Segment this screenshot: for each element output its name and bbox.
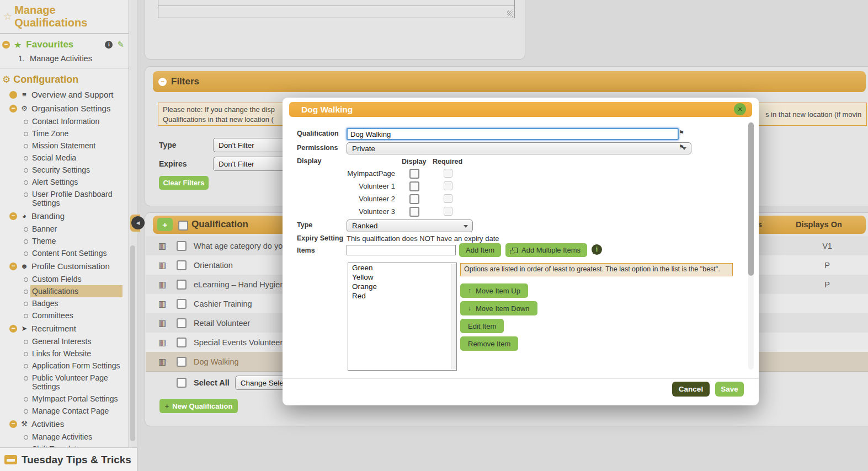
section-label[interactable]: Profile Customisation [31,261,110,271]
sidebar-section-recruitment[interactable]: Recruitment [0,322,129,335]
modal-scrollbar[interactable] [748,122,754,370]
qualification-name[interactable]: eLearning – Hand Hygiene T [194,280,296,289]
info-icon[interactable] [105,41,113,49]
qualification-input[interactable] [347,128,679,140]
sidebar-item-security-settings[interactable]: Security Settings [30,164,123,176]
section-label[interactable]: Branding [31,211,65,221]
sidebar-item-application-form-settings[interactable]: Application Form Settings [30,360,123,372]
collapse-minus-icon[interactable] [158,78,167,86]
display-checkbox-volunteer-2[interactable] [409,194,419,204]
tuesday-tips-bar[interactable]: Tuesday Tips & Tricks [0,447,137,471]
drag-handle-icon[interactable] [158,241,168,251]
save-button[interactable]: Save [715,382,744,397]
drag-handle-icon[interactable] [158,280,168,290]
required-checkbox-volunteer-3[interactable] [444,207,452,216]
sidebar-item-general-interests[interactable]: General Interests [30,335,123,347]
qualification-name[interactable]: Dog Walking [194,357,239,366]
items-info-icon[interactable] [592,244,602,255]
sidebar-item-banner[interactable]: Banner [30,223,123,235]
collapse-minus-icon[interactable] [9,212,17,220]
permissions-select[interactable]: Private [347,142,691,154]
collapse-minus-icon[interactable] [9,263,17,270]
listbox-scrollbar[interactable] [451,264,456,370]
move-item-up-button[interactable]: Move Item Up [460,283,528,298]
row-checkbox[interactable] [177,280,187,290]
sidebar-scrollbar-thumb[interactable] [130,245,135,441]
displays-on-column-header[interactable]: Displays On [796,220,842,229]
qualification-name[interactable]: What age category do you l [194,242,291,250]
drag-handle-icon[interactable] [158,357,168,367]
section-label[interactable]: Overview and Support [31,90,113,99]
new-qualification-button[interactable]: New Qualification [159,399,238,413]
required-checkbox-volunteer-1[interactable] [444,181,452,190]
drag-handle-icon[interactable] [158,338,168,347]
required-checkbox-myimpactpage[interactable] [444,169,452,178]
sidebar-item-committees[interactable]: Committees [30,309,123,322]
select-all-checkbox[interactable] [177,378,187,388]
move-item-down-button[interactable]: Move Item Down [460,301,537,315]
section-label[interactable]: Recruitment [31,324,76,333]
list-item[interactable]: Yellow [348,272,456,282]
sidebar-item-custom-fields[interactable]: Custom Fields [30,273,123,285]
display-checkbox-volunteer-1[interactable] [409,181,419,191]
collapse-minus-icon[interactable] [9,420,17,428]
row-checkbox[interactable] [177,299,187,309]
clear-filters-button[interactable]: Clear Filters [159,176,209,190]
translate-flag-icon[interactable] [679,129,684,136]
sidebar-section-branding[interactable]: Branding [0,209,129,223]
add-multiple-items-button[interactable]: Add Multiple Items [505,243,587,257]
section-label[interactable]: Activities [31,419,64,429]
resize-grip-icon[interactable] [507,10,513,17]
add-item-button[interactable]: Add Item [459,243,501,257]
modal-scrollbar-thumb[interactable] [748,122,754,276]
collapse-minus-icon[interactable] [9,105,17,113]
cancel-button[interactable]: Cancel [672,382,710,397]
sidebar-item-user-profile-dashboard-settings[interactable]: User Profile Dashboard Settings [30,188,123,209]
display-checkbox-volunteer-3[interactable] [409,207,419,217]
items-listbox[interactable]: Green Yellow Orange Red [348,263,457,371]
sidebar-item-contact-information[interactable]: Contact Information [30,115,123,127]
edit-favourites-icon[interactable] [117,40,124,50]
add-qualification-button[interactable] [157,218,173,231]
collapse-minus-icon[interactable] [2,41,10,49]
sidebar-item-manage-contact-page[interactable]: Manage Contact Page [30,405,123,417]
favourites-item-label[interactable]: Manage Activities [30,54,92,63]
row-checkbox[interactable] [177,241,187,251]
favourites-label[interactable]: Favourites [26,39,73,50]
qualification-name[interactable]: Special Events Volunteer [194,338,283,347]
qualification-column-header[interactable]: Qualification [191,219,248,230]
drag-handle-icon[interactable] [158,318,168,328]
sidebar-item-myimpact-portal-settings[interactable]: MyImpact Portal Settings [30,393,123,405]
sidebar-item-time-zone[interactable]: Time Zone [30,127,123,140]
sidebar-item-qualifications-selected[interactable]: Qualifications [30,285,123,297]
sidebar-item-public-volunteer-page-settings[interactable]: Public Volunteer Page Settings [30,372,123,393]
sidebar-item-theme[interactable]: Theme [30,235,123,247]
edit-item-button[interactable]: Edit Item [460,319,504,333]
sidebar-item-manage-activities[interactable]: Manage Activities [30,431,123,443]
drag-handle-icon[interactable] [158,260,168,270]
row-checkbox[interactable] [177,357,187,367]
section-label[interactable]: Organisation Settings [31,104,110,113]
star-outline-icon[interactable] [3,10,12,23]
sidebar-section-overview-and-support[interactable]: Overview and Support [0,88,129,101]
row-checkbox[interactable] [177,338,187,347]
sidebar-item-alert-settings[interactable]: Alert Settings [30,176,123,188]
sidebar-item-shift-templates[interactable]: Shift Templates [30,443,123,447]
row-checkbox[interactable] [177,318,187,328]
collapse-minus-icon[interactable] [9,325,17,333]
sidebar-section-activities[interactable]: Activities [0,417,129,431]
qualification-name[interactable]: Orientation [194,261,233,270]
sidebar-item-mission-statement[interactable]: Mission Statement [30,140,123,152]
list-item[interactable]: Orange [348,282,456,291]
translate-flag-icon[interactable] [679,143,684,151]
sidebar-item-social-media[interactable]: Social Media [30,152,123,164]
filters-header[interactable]: Filters [153,71,866,92]
list-item[interactable]: Green [348,263,456,272]
drag-handle-icon[interactable] [158,299,168,309]
new-item-input[interactable] [347,245,456,255]
select-all-header-checkbox[interactable] [178,221,188,231]
description-textarea[interactable] [158,0,515,18]
modal-header[interactable]: Dog Walking [289,102,752,117]
sidebar-item-badges[interactable]: Badges [30,297,123,309]
sidebar-item-content-font-settings[interactable]: Content Font Settings [30,247,123,259]
